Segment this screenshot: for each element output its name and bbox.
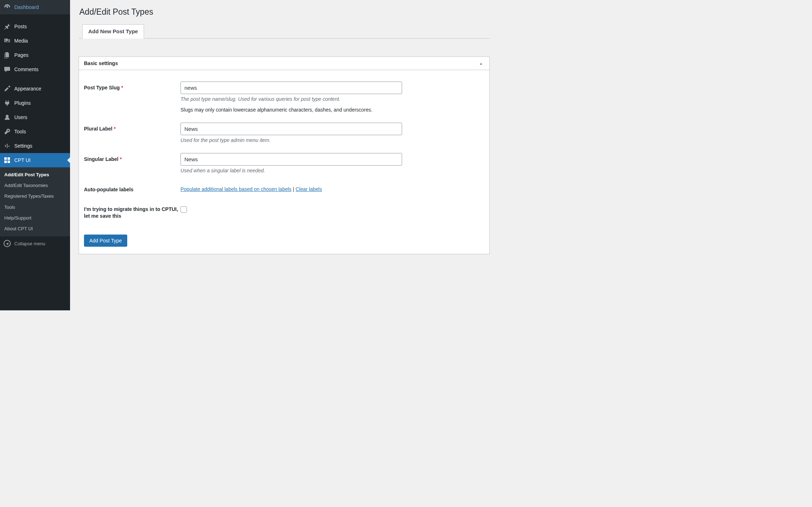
checkbox-migrate[interactable]	[180, 206, 187, 213]
dashboard-icon	[4, 4, 11, 11]
submenu-registered-types-taxes[interactable]: Registered Types/Taxes	[0, 191, 70, 202]
input-plural-label[interactable]	[180, 123, 402, 135]
media-icon	[4, 37, 11, 44]
input-post-type-slug[interactable]	[180, 82, 402, 94]
page-title: Add/Edit Post Types	[79, 7, 490, 17]
separator: |	[292, 186, 296, 192]
sidebar-item-label: Appearance	[14, 86, 41, 92]
svg-rect-3	[8, 161, 10, 163]
panel-title: Basic settings	[84, 60, 118, 66]
sidebar-item-label: Pages	[14, 52, 29, 58]
tab-bar: Add New Post Type	[79, 22, 490, 39]
tab-add-new-post-type[interactable]: Add New Post Type	[82, 24, 144, 39]
sidebar-item-appearance[interactable]: Appearance	[0, 82, 70, 96]
link-populate-labels[interactable]: Populate additional labels based on chos…	[180, 186, 292, 192]
sidebar-item-settings[interactable]: Settings	[0, 139, 70, 153]
sidebar-item-plugins[interactable]: Plugins	[0, 96, 70, 110]
collapse-icon	[4, 240, 11, 247]
input-singular-label[interactable]	[180, 153, 402, 166]
required-asterisk: *	[120, 156, 122, 162]
sidebar-item-label: Posts	[14, 24, 27, 29]
sidebar-item-tools[interactable]: Tools	[0, 124, 70, 139]
label-migrate: I'm trying to migrate things in to CPTUI…	[84, 203, 180, 220]
pages-icon	[4, 51, 11, 59]
row-singular-label: Singular Label * Used when a singular la…	[84, 153, 484, 173]
collapse-menu-button[interactable]: Collapse menu	[0, 236, 70, 251]
sidebar-item-posts[interactable]: Posts	[0, 19, 70, 34]
sidebar-item-label: CPT UI	[14, 157, 31, 163]
sidebar-item-users[interactable]: Users	[0, 110, 70, 124]
panel-header: Basic settings ▲	[79, 57, 489, 70]
submenu-tools[interactable]: Tools	[0, 202, 70, 213]
desc-plural-label: Used for the post type admin menu item.	[180, 137, 484, 143]
sidebar-item-dashboard[interactable]: Dashboard	[0, 0, 70, 14]
row-plural-label: Plural Label * Used for the post type ad…	[84, 123, 484, 143]
required-asterisk: *	[121, 85, 123, 90]
sidebar-item-comments[interactable]: Comments	[0, 62, 70, 77]
link-clear-labels[interactable]: Clear labels	[296, 186, 322, 192]
sidebar-item-media[interactable]: Media	[0, 34, 70, 48]
sidebar-item-label: Plugins	[14, 100, 31, 106]
add-post-type-button[interactable]: Add Post Type	[84, 235, 127, 247]
settings-icon	[4, 142, 11, 149]
label-auto-populate: Auto-populate labels	[84, 183, 180, 193]
desc-post-type-slug: The post type name/slug. Used for variou…	[180, 96, 484, 102]
cptui-icon	[4, 157, 11, 164]
plugins-icon	[4, 99, 11, 107]
submenu-about-cptui[interactable]: About CPT UI	[0, 223, 70, 234]
sidebar-item-cptui[interactable]: CPT UI	[0, 153, 70, 167]
sidebar-submenu: Add/Edit Post Types Add/Edit Taxonomies …	[0, 167, 70, 236]
comments-icon	[4, 66, 11, 73]
admin-sidebar: Dashboard Posts Media Pages Comments App…	[0, 0, 70, 310]
submenu-help-support[interactable]: Help/Support	[0, 213, 70, 223]
sidebar-item-label: Settings	[14, 143, 33, 149]
appearance-icon	[4, 85, 11, 92]
svg-rect-1	[8, 157, 10, 160]
pin-icon	[4, 23, 11, 30]
sidebar-item-label: Dashboard	[14, 4, 39, 10]
panel-toggle-icon[interactable]: ▲	[478, 61, 484, 65]
desc-singular-label: Used when a singular label is needed.	[180, 168, 484, 173]
sidebar-item-label: Users	[14, 114, 28, 120]
required-asterisk: *	[114, 126, 115, 132]
sidebar-item-pages[interactable]: Pages	[0, 48, 70, 62]
label-singular-label: Singular Label *	[84, 153, 180, 163]
row-post-type-slug: Post Type Slug * The post type name/slug…	[84, 82, 484, 113]
panel-basic-settings: Basic settings ▲ Post Type Slug * The po…	[79, 56, 490, 254]
label-post-type-slug: Post Type Slug *	[84, 82, 180, 91]
tools-icon	[4, 128, 11, 135]
note-post-type-slug: Slugs may only contain lowercase alphanu…	[180, 107, 484, 113]
row-migrate: I'm trying to migrate things in to CPTUI…	[84, 203, 484, 220]
row-auto-populate: Auto-populate labels Populate additional…	[84, 183, 484, 193]
submenu-add-edit-post-types[interactable]: Add/Edit Post Types	[0, 169, 70, 180]
svg-rect-0	[4, 157, 7, 160]
collapse-label: Collapse menu	[14, 241, 45, 246]
svg-rect-2	[4, 161, 7, 163]
label-plural-label: Plural Label *	[84, 123, 180, 132]
users-icon	[4, 114, 11, 121]
submenu-add-edit-taxonomies[interactable]: Add/Edit Taxonomies	[0, 180, 70, 191]
main-content: Add/Edit Post Types Add New Post Type Ba…	[70, 0, 497, 310]
sidebar-item-label: Media	[14, 38, 28, 44]
sidebar-item-label: Comments	[14, 67, 39, 72]
sidebar-item-label: Tools	[14, 129, 26, 134]
